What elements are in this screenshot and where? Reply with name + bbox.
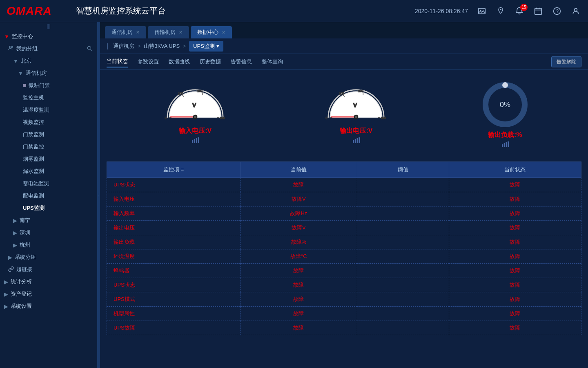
sidebar-item-video-monitor[interactable]: 视频监控 [0,116,97,128]
cell-status: 故障 [449,235,581,249]
cell-current-value: 故障% [241,235,357,249]
sidebar-item-shenzhen[interactable]: ▶ 深圳 [0,227,97,239]
tab-close-trans-room[interactable]: ✕ [179,30,183,35]
cell-threshold [357,221,449,235]
tab-close-data-center[interactable]: ✕ [222,30,225,35]
location-icon[interactable] [495,5,506,17]
sidebar-label: 资产登记 [11,290,32,298]
svg-rect-49 [504,143,505,147]
sidebar-drag-handle[interactable]: ||| [0,22,97,30]
sidebar-item-beijing[interactable]: ▼ 北京 [0,55,97,67]
sidebar-item-stats[interactable]: ▶ 统计分析 [0,276,97,288]
cell-threshold [357,249,449,264]
sidebar-item-access-control[interactable]: 门禁监控 [0,141,97,153]
header-title: 智慧机房监控系统云平台 [76,5,415,16]
cell-status: 故障 [449,178,581,192]
tab-close-comm-room[interactable]: ✕ [136,30,140,35]
svg-rect-28 [196,138,197,143]
sidebar-item-sys-settings[interactable]: ▶ 系统设置 [0,300,97,312]
sidebar-item-hangzhou[interactable]: ▶ 杭州 [0,239,97,251]
sub-tab-param-settings[interactable]: 参数设置 [138,56,159,67]
sidebar-item-ups-monitor[interactable]: UPS监测 [0,202,97,214]
output-voltage-chart-icon[interactable] [352,137,360,145]
svg-rect-43 [355,139,356,143]
sort-icon[interactable]: ≡ [181,167,184,173]
svg-rect-26 [192,140,193,143]
cell-monitor-item: UPS模式 [107,292,241,307]
search-icon[interactable] [87,45,92,52]
sidebar-item-comm-room[interactable]: ▼ 通信机房 [0,67,97,79]
breadcrumb-ups[interactable]: 山特3KVA UPS [144,43,180,50]
sidebar-item-micro-gate[interactable]: 微耕门禁 [0,79,97,92]
sub-tab-data-curve[interactable]: 数据曲线 [169,56,190,67]
sidebar-item-label: 漏水监测 [23,168,44,175]
sidebar-item-label: 杭州 [20,241,30,249]
header-icons: 15 ? [476,5,581,17]
sidebar-item-label: 配电监测 [23,192,44,200]
table-row: 机型属性 故障 故障 [107,307,581,321]
sidebar-item-label: 通信机房 [26,70,47,77]
tab-trans-room[interactable]: 传输机房 ✕ [148,26,189,38]
tab-data-center[interactable]: 数据中心 ✕ [191,26,232,38]
sub-tab-overall-query[interactable]: 整体查询 [262,56,283,67]
sidebar-item-sys-group[interactable]: ▶ 系统分组 [0,251,97,263]
sidebar-item-nanning[interactable]: ▶ 南宁 [0,214,97,227]
output-load-chart-icon[interactable] [501,141,509,149]
breadcrumb-comm-room[interactable]: 通信机房 [113,43,134,50]
input-voltage-chart-icon[interactable] [191,137,199,145]
sidebar-item-label: 系统分组 [15,254,36,261]
sidebar-item-hyperlink[interactable]: 超链接 [0,263,97,276]
breadcrumb-dropdown[interactable]: UPS监测 ▾ [189,41,223,52]
logo: OMARA [7,4,68,18]
svg-text:0: 0 [165,116,167,120]
cell-threshold [357,292,449,307]
svg-rect-51 [508,141,509,147]
table-row: 输入电压 故障V 故障 [107,192,581,206]
svg-text:?: ? [556,8,559,13]
alert-bell-icon[interactable]: 15 [514,5,525,17]
sidebar-item-label: 微耕门禁 [29,82,50,89]
breadcrumb-bar-icon: | [107,43,108,50]
alert-dismiss-button[interactable]: 告警解除 [551,56,581,67]
breadcrumb-sep1: > [138,43,140,49]
sidebar-item-smoke-monitor[interactable]: 烟雾监测 [0,153,97,165]
breadcrumb-sep2: > [183,43,186,49]
table-body: UPS状态 故障 故障 输入电压 故障V 故障 输入频率 故障Hz 故障 输出电… [107,178,581,335]
sidebar-item-leak-monitor[interactable]: 漏水监测 [0,165,97,177]
sidebar-item-my-group[interactable]: 我的分组 [0,43,97,55]
cell-monitor-item: UPS故障 [107,321,241,335]
sidebar-item-battery-monitor[interactable]: 蓄电池监测 [0,177,97,190]
sidebar-item-assets[interactable]: ▶ 资产登记 [0,288,97,300]
user-icon[interactable] [570,5,581,17]
table-row: UPS状态 故障 故障 [107,278,581,292]
ring-gauge-svg: 0% [481,80,530,129]
svg-point-12 [87,46,91,49]
sub-tab-alert-info[interactable]: 告警信息 [231,56,252,67]
svg-rect-0 [479,8,486,13]
svg-text:200: 200 [198,89,203,93]
tab-comm-room[interactable]: 通信机房 ✕ [105,26,146,38]
sidebar-item-access-monitor[interactable]: 门禁监测 [0,128,97,141]
col-monitor-item: 监控项 ≡ [107,162,241,178]
sidebar-item-monitor-host[interactable]: 监控主机 [0,92,97,104]
help-icon[interactable]: ? [551,5,563,17]
sidebar-item-label: 门禁监测 [23,131,44,138]
sub-tab-current-status[interactable]: 当前状态 [107,56,128,67]
svg-rect-42 [353,140,354,143]
dot-icon [23,84,26,87]
alert-badge: 15 [520,4,528,11]
cell-threshold [357,278,449,292]
cell-current-value: 故障 [241,278,357,292]
cell-threshold [357,192,449,206]
svg-text:300: 300 [381,116,386,120]
cell-threshold [357,307,449,321]
sidebar-item-power-monitor[interactable]: 配电监测 [0,190,97,202]
svg-point-2 [500,9,501,10]
sidebar-label: 系统设置 [11,303,32,310]
sub-tab-history-data[interactable]: 历史数据 [200,56,221,67]
calendar-icon[interactable] [532,5,544,17]
sidebar-item-monitor-center[interactable]: ▼ 监控中心 [0,30,97,43]
sidebar-item-temp-humidity[interactable]: 温湿度监测 [0,104,97,116]
cell-threshold [357,206,449,221]
image-icon[interactable] [476,5,488,17]
